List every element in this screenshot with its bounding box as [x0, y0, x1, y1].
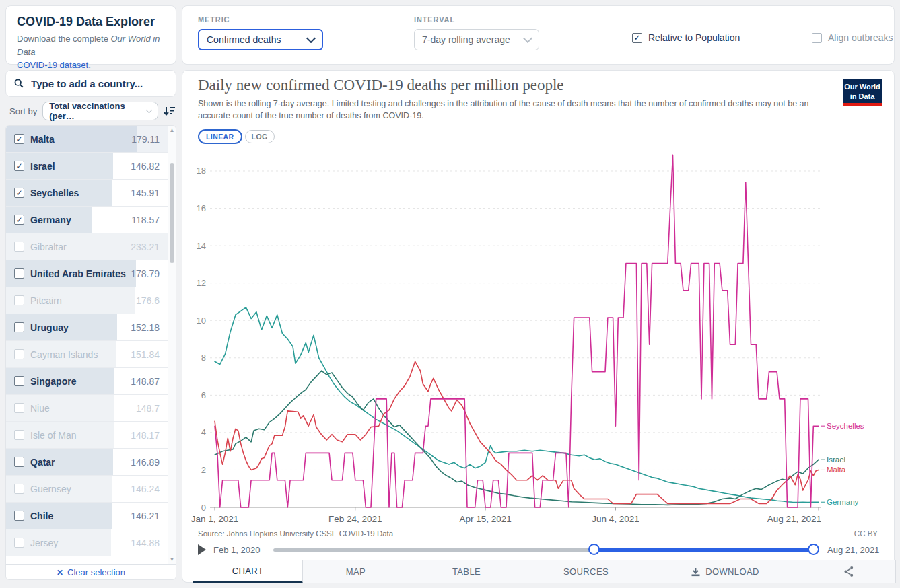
country-row[interactable]: Isle of Man148.17	[6, 422, 176, 449]
country-checkbox[interactable]	[14, 322, 24, 332]
tab-table[interactable]: TABLE	[409, 560, 524, 583]
country-value: 148.17	[131, 430, 160, 441]
country-checkbox[interactable]	[14, 376, 24, 386]
chart-panel: Daily new confirmed COVID-19 deaths per …	[182, 70, 895, 583]
logo-line2: in Data	[844, 91, 880, 101]
country-checkbox[interactable]	[14, 430, 24, 440]
chevron-down-icon	[146, 106, 153, 113]
country-row[interactable]: Singapore148.87	[6, 368, 176, 395]
country-checkbox[interactable]	[14, 457, 24, 467]
country-checkbox-checked[interactable]: ✓	[14, 215, 24, 225]
country-row[interactable]: Niue148.7	[6, 395, 176, 422]
country-row[interactable]: Guernsey146.24	[6, 476, 176, 503]
country-name: Pitcairn	[30, 295, 62, 306]
timeline-end-date: Aug 21, 2021	[827, 545, 879, 555]
checkbox-checked-icon: ✓	[632, 33, 642, 43]
search-input[interactable]	[30, 77, 168, 90]
chart-subtitle: Shown is the rolling 7-day average. Limi…	[198, 98, 834, 122]
country-name: Gibraltar	[30, 242, 67, 252]
sort-by-label: Sort by	[9, 106, 37, 116]
country-row[interactable]: Gibraltar233.21	[6, 233, 176, 260]
country-name: Jersey	[30, 538, 58, 548]
country-checkbox[interactable]	[14, 538, 24, 548]
y-tick-label: 10	[197, 316, 206, 326]
scroll-down-arrow[interactable]: ▼	[168, 556, 176, 563]
tab-label: CHART	[232, 566, 264, 576]
country-name: Qatar	[30, 457, 55, 468]
country-checkbox[interactable]	[14, 295, 24, 305]
country-row[interactable]: ✓Israel146.82	[6, 153, 176, 180]
country-row[interactable]: Cayman Islands151.84	[6, 341, 176, 368]
country-row[interactable]: ✓Seychelles145.91	[6, 180, 176, 207]
subtitle-text: Download the complete	[17, 34, 110, 44]
tab-sources[interactable]: SOURCES	[524, 560, 648, 583]
country-name: Germany	[30, 215, 71, 225]
metric-select[interactable]: Confirmed deaths	[198, 29, 323, 50]
y-tick-label: 14	[197, 241, 206, 251]
source-note: Source: Johns Hopkins University CSSE CO…	[198, 529, 393, 538]
play-button[interactable]	[198, 544, 206, 555]
app-title: COVID-19 Data Explorer	[17, 15, 165, 29]
country-value: 152.18	[131, 322, 160, 333]
country-value: 146.21	[131, 511, 160, 521]
our-world-in-data-logo: Our World in Data	[843, 79, 882, 106]
tab-map[interactable]: MAP	[303, 560, 409, 583]
country-search-box[interactable]	[5, 70, 176, 97]
country-checkbox-checked[interactable]: ✓	[14, 188, 24, 198]
country-row[interactable]: ✓Germany118.57	[6, 207, 176, 233]
sort-direction-icon[interactable]	[164, 105, 176, 117]
linear-scale-button[interactable]: LINEAR	[198, 129, 242, 144]
interval-select[interactable]: 7-day rolling average	[414, 29, 539, 50]
sort-select[interactable]: Total vaccinations (per…	[42, 102, 158, 120]
country-checkbox[interactable]	[14, 403, 24, 413]
country-value: 146.24	[131, 484, 160, 494]
country-checkbox[interactable]	[14, 349, 24, 359]
sort-select-value: Total vaccinations (per…	[49, 101, 147, 121]
x-tick-label: Feb 24, 2021	[328, 514, 382, 524]
x-tick-label: Apr 15, 2021	[459, 514, 511, 524]
relative-to-population-checkbox[interactable]: ✓ Relative to Population	[632, 32, 740, 43]
y-tick-label: 0	[201, 503, 206, 513]
country-checkbox[interactable]	[14, 484, 24, 494]
country-checkbox[interactable]	[14, 268, 24, 279]
country-row[interactable]: Chile146.21	[6, 503, 176, 529]
align-outbreaks-checkbox[interactable]: Align outbreaks	[812, 32, 893, 43]
clear-selection-button[interactable]: ✕ Clear selection	[6, 564, 176, 579]
series-line-seychelles	[215, 155, 819, 507]
x-tick-label: Jun 4, 2021	[592, 514, 639, 524]
country-row[interactable]: ✓Malta179.11	[6, 126, 176, 153]
country-checkbox[interactable]	[14, 242, 24, 252]
country-checkbox[interactable]	[14, 511, 24, 521]
country-row[interactable]: United Arab Emirates178.79	[6, 260, 176, 287]
country-row[interactable]: Jersey144.88	[6, 529, 176, 556]
y-tick-label: 16	[197, 203, 206, 213]
series-label-malta: Malta	[827, 466, 846, 474]
country-row[interactable]: Uruguay152.18	[6, 314, 176, 341]
metric-controls-panel: METRIC Confirmed deaths INTERVAL 7-day r…	[182, 5, 895, 65]
scroll-up-arrow[interactable]: ▲	[168, 127, 176, 134]
timeline-end-handle[interactable]	[808, 544, 819, 555]
footer-tabs: CHARTMAPTABLESOURCESDOWNLOAD	[193, 560, 896, 583]
tab-download[interactable]: DOWNLOAD	[648, 560, 802, 583]
country-checkbox-checked[interactable]: ✓	[14, 134, 24, 144]
tab-share[interactable]	[802, 560, 896, 583]
tab-chart[interactable]: CHART	[193, 560, 303, 583]
country-name: Guernsey	[30, 484, 71, 494]
country-value: 146.82	[131, 161, 160, 172]
log-scale-button[interactable]: LOG	[245, 130, 275, 143]
timeline-slider[interactable]	[273, 548, 815, 552]
interval-label: INTERVAL	[414, 15, 455, 24]
country-checkbox-checked[interactable]: ✓	[14, 161, 24, 171]
country-row[interactable]: Pitcairn176.6	[6, 287, 176, 314]
y-tick-label: 8	[201, 353, 206, 363]
scrollbar[interactable]: ▲ ▼	[168, 126, 176, 564]
country-value: 118.57	[131, 215, 160, 225]
scrollbar-thumb[interactable]	[170, 163, 174, 263]
timeline-start-handle[interactable]	[588, 544, 600, 555]
country-row[interactable]: Qatar146.89	[6, 449, 176, 476]
y-tick-label: 4	[201, 427, 206, 437]
sort-controls: Sort by Total vaccinations (per…	[5, 102, 176, 120]
covid-data-explorer-app: { "header": { "title": "COVID-19 Data Ex…	[0, 0, 900, 588]
country-name: Israel	[30, 161, 55, 172]
timeline-active-range	[594, 548, 815, 552]
